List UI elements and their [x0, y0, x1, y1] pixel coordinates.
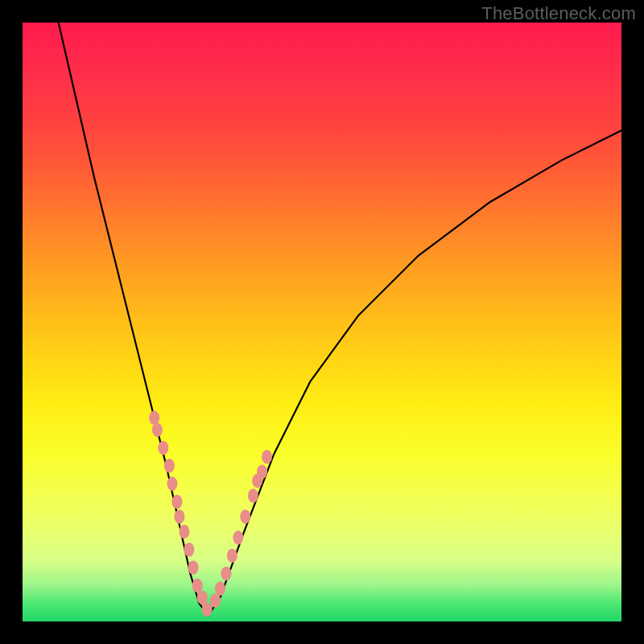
scatter-dot [262, 450, 272, 464]
scatter-dot [240, 510, 250, 524]
scatter-dot [227, 548, 237, 563]
scatter-dot [252, 473, 262, 488]
watermark-text: TheBottleneck.com [481, 3, 636, 24]
scatter-dot [152, 423, 163, 437]
scatter-dot [149, 411, 159, 425]
scatter-dot [158, 440, 168, 455]
plot-area [23, 23, 621, 621]
scatter-dot [221, 567, 231, 581]
scatter-dot [202, 602, 213, 617]
curve-path [59, 23, 621, 616]
scatter-dot [248, 489, 258, 503]
scatter-dot [171, 494, 182, 509]
scatter-dot [167, 477, 178, 491]
plot-svg [23, 23, 621, 621]
scatter-dot [164, 459, 175, 473]
scatter-dot [197, 590, 208, 605]
scatter-dot [179, 525, 189, 539]
scatter-dot [215, 581, 225, 596]
scatter-dot [192, 579, 203, 593]
chart-frame: TheBottleneck.com [0, 0, 644, 644]
scatter-dot [233, 530, 243, 545]
scatter-dot [184, 543, 194, 557]
scatter-dot [174, 510, 184, 524]
scatter-dot [188, 560, 199, 575]
scatter-dot [210, 593, 221, 608]
